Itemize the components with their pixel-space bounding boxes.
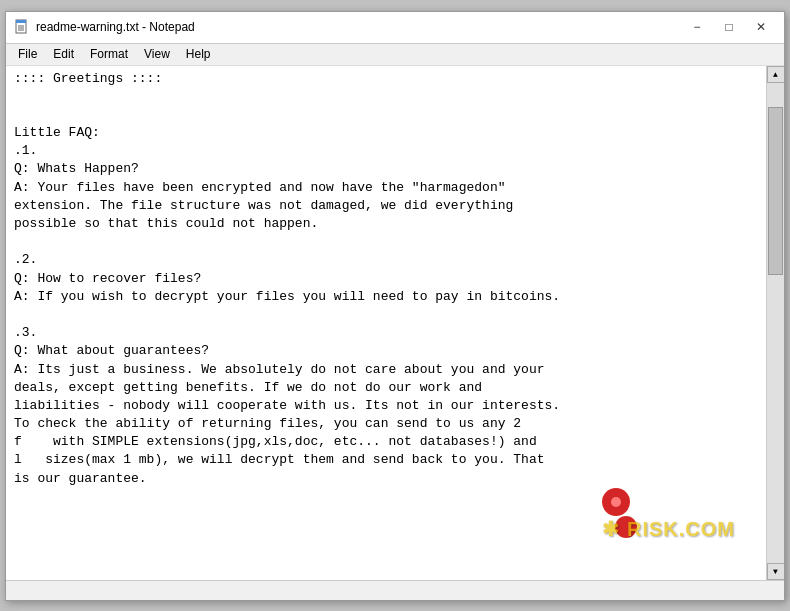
text-editor[interactable]: :::: Greetings :::: Little FAQ: .1. Q: W… [6, 66, 766, 580]
vertical-scrollbar[interactable]: ▲ ▼ [766, 66, 784, 580]
menu-help[interactable]: Help [178, 45, 219, 63]
title-buttons: − □ ✕ [682, 17, 776, 37]
status-bar [6, 580, 784, 600]
minimize-button[interactable]: − [682, 17, 712, 37]
maximize-button[interactable]: □ [714, 17, 744, 37]
title-bar: readme-warning.txt - Notepad − □ ✕ [6, 12, 784, 44]
scroll-up-button[interactable]: ▲ [767, 66, 785, 83]
menu-file[interactable]: File [10, 45, 45, 63]
app-icon [14, 19, 30, 35]
scroll-track[interactable] [767, 83, 784, 563]
content-area: :::: Greetings :::: Little FAQ: .1. Q: W… [6, 66, 784, 580]
close-button[interactable]: ✕ [746, 17, 776, 37]
notepad-window: readme-warning.txt - Notepad − □ ✕ File … [5, 11, 785, 601]
scroll-thumb[interactable] [768, 107, 783, 275]
menu-edit[interactable]: Edit [45, 45, 82, 63]
menu-format[interactable]: Format [82, 45, 136, 63]
menu-view[interactable]: View [136, 45, 178, 63]
scroll-down-button[interactable]: ▼ [767, 563, 785, 580]
window-title: readme-warning.txt - Notepad [36, 20, 195, 34]
title-bar-left: readme-warning.txt - Notepad [14, 19, 195, 35]
svg-rect-1 [16, 20, 26, 23]
menu-bar: File Edit Format View Help [6, 44, 784, 66]
